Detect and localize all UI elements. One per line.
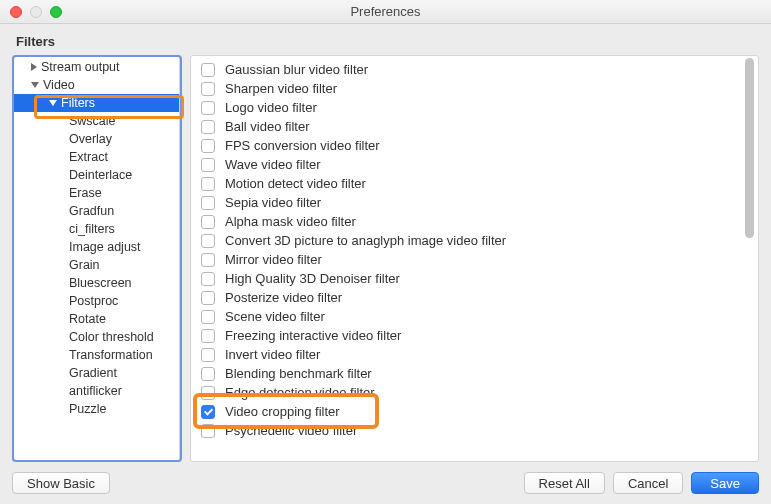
section-title: Filters (16, 34, 759, 49)
chevron-down-icon[interactable] (31, 82, 39, 88)
tree-item-label: Color threshold (69, 330, 154, 344)
filter-label: Sharpen video filter (225, 81, 337, 96)
filter-checkbox[interactable] (201, 101, 215, 115)
filter-label: Invert video filter (225, 347, 320, 362)
tree-item-rotate[interactable]: Rotate (13, 310, 179, 328)
tree-item-label: Overlay (69, 132, 112, 146)
scroll-thumb[interactable] (745, 58, 754, 238)
filter-label: Motion detect video filter (225, 176, 366, 191)
tree-item-color-threshold[interactable]: Color threshold (13, 328, 179, 346)
scrollbar[interactable] (742, 58, 756, 459)
filter-row[interactable]: Video cropping filter (191, 402, 758, 421)
filter-label: Wave video filter (225, 157, 321, 172)
tree-item-transformation[interactable]: Transformation (13, 346, 179, 364)
filter-label: Edge detection video filter (225, 385, 375, 400)
filter-row[interactable]: Mirror video filter (191, 250, 758, 269)
filter-row[interactable]: Convert 3D picture to anaglyph image vid… (191, 231, 758, 250)
tree-item-swscale[interactable]: Swscale (13, 112, 179, 130)
filter-checkbox[interactable] (201, 272, 215, 286)
reset-all-button[interactable]: Reset All (524, 472, 605, 494)
chevron-right-icon[interactable] (31, 63, 37, 71)
tree-item-erase[interactable]: Erase (13, 184, 179, 202)
tree-item-label: Video (43, 78, 75, 92)
tree-item-extract[interactable]: Extract (13, 148, 179, 166)
filter-label: Logo video filter (225, 100, 317, 115)
filter-row[interactable]: Motion detect video filter (191, 174, 758, 193)
filter-checkbox[interactable] (201, 253, 215, 267)
tree-item-ci_filters[interactable]: ci_filters (13, 220, 179, 238)
filter-row[interactable]: Scene video filter (191, 307, 758, 326)
tree-item-postproc[interactable]: Postproc (13, 292, 179, 310)
filter-row[interactable]: Edge detection video filter (191, 383, 758, 402)
filter-row[interactable]: Blending benchmark filter (191, 364, 758, 383)
filter-row[interactable]: Psychedelic video filter (191, 421, 758, 440)
tree-item-video[interactable]: Video (13, 76, 179, 94)
zoom-window-button[interactable] (50, 6, 62, 18)
tree-item-gradfun[interactable]: Gradfun (13, 202, 179, 220)
cancel-button[interactable]: Cancel (613, 472, 683, 494)
titlebar: Preferences (0, 0, 771, 24)
tree-item-image-adjust[interactable]: Image adjust (13, 238, 179, 256)
filter-label: Alpha mask video filter (225, 214, 356, 229)
filter-checkbox[interactable] (201, 139, 215, 153)
filter-row[interactable]: Sepia video filter (191, 193, 758, 212)
tree-item-label: Rotate (69, 312, 106, 326)
filter-checkbox[interactable] (201, 348, 215, 362)
tree-item-grain[interactable]: Grain (13, 256, 179, 274)
filter-checkbox[interactable] (201, 196, 215, 210)
filter-label: Freezing interactive video filter (225, 328, 401, 343)
filter-row[interactable]: Posterize video filter (191, 288, 758, 307)
tree-item-overlay[interactable]: Overlay (13, 130, 179, 148)
filter-checkbox[interactable] (201, 424, 215, 438)
filter-row[interactable]: FPS conversion video filter (191, 136, 758, 155)
tree-item-filters[interactable]: Filters (13, 94, 179, 112)
filter-row[interactable]: Wave video filter (191, 155, 758, 174)
filter-checkbox[interactable] (201, 82, 215, 96)
filter-checkbox[interactable] (201, 177, 215, 191)
chevron-down-icon[interactable] (49, 100, 57, 106)
filter-row[interactable]: Alpha mask video filter (191, 212, 758, 231)
filter-checkbox[interactable] (201, 367, 215, 381)
tree-item-deinterlace[interactable]: Deinterlace (13, 166, 179, 184)
filter-row[interactable]: Gaussian blur video filter (191, 60, 758, 79)
preferences-window: Preferences Filters Stream outputVideoFi… (0, 0, 771, 504)
tree-item-stream-output[interactable]: Stream output (13, 58, 179, 76)
minimize-window-button (30, 6, 42, 18)
filter-row[interactable]: Freezing interactive video filter (191, 326, 758, 345)
close-window-button[interactable] (10, 6, 22, 18)
filter-checkbox[interactable] (201, 329, 215, 343)
filter-row[interactable]: High Quality 3D Denoiser filter (191, 269, 758, 288)
filter-list[interactable]: Gaussian blur video filterSharpen video … (190, 55, 759, 462)
tree-item-puzzle[interactable]: Puzzle (13, 400, 179, 418)
filter-label: Posterize video filter (225, 290, 342, 305)
filter-checkbox[interactable] (201, 386, 215, 400)
tree-item-label: Gradfun (69, 204, 114, 218)
filter-checkbox[interactable] (201, 405, 215, 419)
filter-checkbox[interactable] (201, 158, 215, 172)
window-title: Preferences (0, 4, 771, 19)
category-tree[interactable]: Stream outputVideoFiltersSwscaleOverlayE… (12, 55, 180, 462)
filter-row[interactable]: Invert video filter (191, 345, 758, 364)
filter-checkbox[interactable] (201, 63, 215, 77)
show-basic-button[interactable]: Show Basic (12, 472, 110, 494)
filter-checkbox[interactable] (201, 310, 215, 324)
filter-checkbox[interactable] (201, 234, 215, 248)
filter-label: High Quality 3D Denoiser filter (225, 271, 400, 286)
tree-item-label: Erase (69, 186, 102, 200)
filter-checkbox[interactable] (201, 120, 215, 134)
tree-item-label: Filters (61, 96, 95, 110)
save-button[interactable]: Save (691, 472, 759, 494)
filter-label: Convert 3D picture to anaglyph image vid… (225, 233, 506, 248)
filter-checkbox[interactable] (201, 291, 215, 305)
tree-item-bluescreen[interactable]: Bluescreen (13, 274, 179, 292)
tree-item-gradient[interactable]: Gradient (13, 364, 179, 382)
filter-row[interactable]: Sharpen video filter (191, 79, 758, 98)
tree-item-antiflicker[interactable]: antiflicker (13, 382, 179, 400)
filter-row[interactable]: Ball video filter (191, 117, 758, 136)
tree-item-label: ci_filters (69, 222, 115, 236)
tree-item-label: Puzzle (69, 402, 107, 416)
filter-row[interactable]: Logo video filter (191, 98, 758, 117)
filter-checkbox[interactable] (201, 215, 215, 229)
filter-label: Video cropping filter (225, 404, 340, 419)
filter-label: FPS conversion video filter (225, 138, 380, 153)
